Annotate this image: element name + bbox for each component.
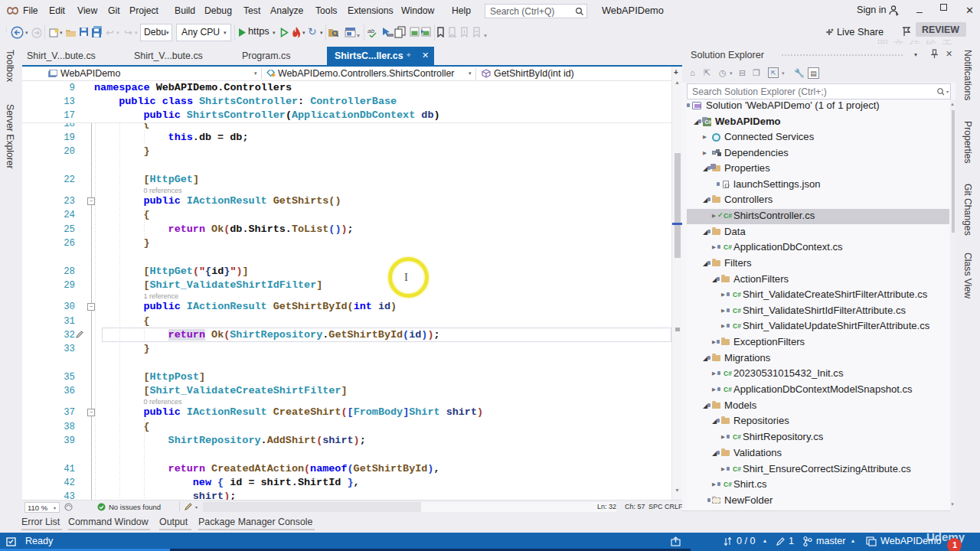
- svg-text:ab: ab: [368, 28, 374, 34]
